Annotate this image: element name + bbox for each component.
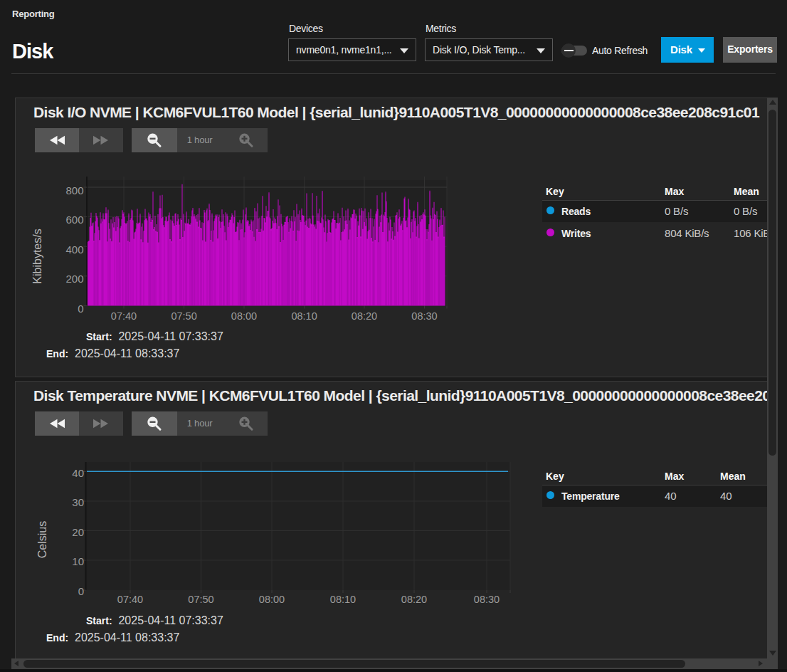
svg-text:08:20: 08:20 (401, 594, 427, 605)
svg-text:07:50: 07:50 (171, 310, 196, 322)
svg-text:08:20: 08:20 (352, 310, 377, 322)
svg-text:20: 20 (72, 526, 84, 538)
svg-text:200: 200 (65, 273, 83, 285)
svg-text:Kibibytes/s: Kibibytes/s (31, 229, 43, 283)
svg-text:10: 10 (72, 555, 84, 567)
svg-text:Celsius: Celsius (36, 521, 48, 558)
svg-text:07:40: 07:40 (111, 310, 137, 322)
svg-text:08:00: 08:00 (231, 310, 257, 322)
svg-text:0: 0 (78, 585, 84, 597)
svg-text:400: 400 (65, 243, 83, 256)
svg-text:07:50: 07:50 (188, 594, 213, 605)
svg-text:30: 30 (72, 496, 84, 508)
svg-text:07:40: 07:40 (117, 594, 143, 605)
svg-text:0: 0 (78, 303, 83, 315)
svg-text:08:10: 08:10 (330, 594, 356, 605)
svg-text:600: 600 (65, 214, 83, 226)
svg-text:40: 40 (72, 467, 84, 479)
svg-text:08:00: 08:00 (259, 594, 285, 605)
svg-text:08:10: 08:10 (291, 310, 317, 322)
svg-text:800: 800 (65, 184, 83, 196)
svg-text:08:30: 08:30 (474, 594, 500, 605)
svg-text:08:30: 08:30 (411, 310, 437, 322)
